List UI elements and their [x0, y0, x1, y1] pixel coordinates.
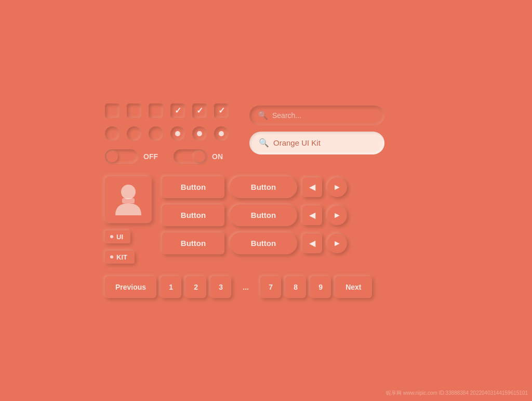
search-column: 🔍 Search... 🔍 Orange UI Kit — [249, 104, 384, 154]
toggles-row: OFF ON — [105, 149, 229, 164]
checkbox-5-checked[interactable]: ✓ — [192, 104, 207, 118]
radio-4-selected[interactable] — [170, 126, 185, 141]
button-row-2: Button Button ◀ ► — [162, 204, 427, 226]
svg-rect-1 — [122, 198, 135, 203]
left-column: UI KIT — [105, 176, 152, 264]
page-button-2[interactable]: 2 — [185, 276, 206, 298]
btn-arrow-left-square-1[interactable]: ◀ — [302, 177, 322, 197]
search-bar-filled[interactable]: 🔍 Orange UI Kit — [249, 132, 384, 154]
pagination-row: Previous 1 2 3 ... 7 8 9 Next — [105, 276, 427, 298]
radio-dot — [197, 131, 202, 136]
avatar-icon — [113, 182, 144, 218]
page-button-8[interactable]: 8 — [285, 276, 306, 298]
tag-ui-label: UI — [116, 233, 123, 241]
watermark: 昵享网 www.nipic.com ID:33888384 2022040314… — [386, 390, 528, 397]
checkbox-1[interactable] — [105, 104, 119, 118]
checkbox-4-checked[interactable]: ✓ — [170, 104, 185, 118]
page-button-1[interactable]: 1 — [161, 276, 181, 298]
radio-5-selected[interactable] — [192, 126, 207, 141]
checkbox-3[interactable] — [149, 104, 163, 118]
btn-pill-3[interactable]: Button — [230, 232, 297, 254]
toggle-on-group: ON — [174, 149, 223, 164]
btn-pill-1[interactable]: Button — [230, 176, 297, 198]
checkbox-6-checked[interactable]: ✓ — [214, 104, 229, 118]
pagination-ellipsis: ... — [235, 276, 256, 298]
toggle-thumb — [107, 151, 118, 162]
button-row-1: Button Button ◀ ► — [162, 176, 427, 198]
radio-dot — [175, 131, 180, 136]
tag-kit[interactable]: KIT — [105, 251, 135, 264]
main-content: UI KIT Button Button ◀ ► — [105, 176, 427, 264]
btn-rect-2[interactable]: Button — [162, 204, 224, 226]
ui-kit-container: ✓ ✓ ✓ — [89, 88, 443, 314]
search-bar-empty[interactable]: 🔍 Search... — [249, 106, 384, 125]
search-filled-value: Orange UI Kit — [273, 138, 321, 147]
radio-2[interactable] — [127, 126, 141, 141]
avatar-box — [105, 176, 152, 223]
btn-arrow-right-circle-1[interactable]: ► — [327, 177, 347, 197]
svg-point-0 — [121, 185, 136, 199]
previous-button[interactable]: Previous — [105, 276, 156, 298]
controls-column: ✓ ✓ ✓ — [105, 104, 229, 164]
search-placeholder: Search... — [272, 111, 301, 120]
toggle-on-label: ON — [212, 152, 223, 161]
btn-pill-2[interactable]: Button — [230, 204, 297, 226]
radio-1[interactable] — [105, 126, 119, 141]
btn-arrow-right-circle-3[interactable]: ► — [327, 234, 347, 253]
next-button[interactable]: Next — [335, 276, 371, 298]
btn-arrow-left-square-3[interactable]: ◀ — [302, 234, 322, 253]
toggle-off-switch[interactable] — [105, 149, 138, 164]
btn-rect-3[interactable]: Button — [162, 232, 224, 254]
page-button-3[interactable]: 3 — [210, 276, 231, 298]
tag-dot — [110, 255, 113, 258]
toggle-on-switch[interactable] — [174, 149, 207, 164]
btn-arrow-left-square-2[interactable]: ◀ — [302, 205, 322, 225]
btn-rect-1[interactable]: Button — [162, 176, 224, 198]
tag-ui[interactable]: UI — [105, 230, 130, 243]
search-icon-filled: 🔍 — [259, 138, 269, 148]
toggle-off-group: OFF — [105, 149, 158, 164]
page-button-9[interactable]: 9 — [310, 276, 331, 298]
radio-6-selected[interactable] — [214, 126, 229, 141]
button-row-3: Button Button ◀ ► — [162, 232, 427, 254]
toggle-thumb — [194, 151, 205, 162]
radios-row — [105, 126, 229, 141]
checkboxes-row: ✓ ✓ ✓ — [105, 104, 229, 118]
tag-dot — [110, 235, 113, 238]
radio-3[interactable] — [149, 126, 163, 141]
top-section: ✓ ✓ ✓ — [105, 104, 427, 164]
buttons-grid: Button Button ◀ ► Button Button — [162, 176, 427, 254]
tag-kit-label: KIT — [116, 253, 127, 261]
toggle-off-label: OFF — [143, 152, 158, 161]
checkbox-2[interactable] — [127, 104, 141, 118]
page-button-7[interactable]: 7 — [260, 276, 281, 298]
radio-dot — [219, 131, 224, 136]
search-icon: 🔍 — [258, 110, 268, 120]
btn-arrow-right-circle-2[interactable]: ► — [327, 205, 347, 225]
